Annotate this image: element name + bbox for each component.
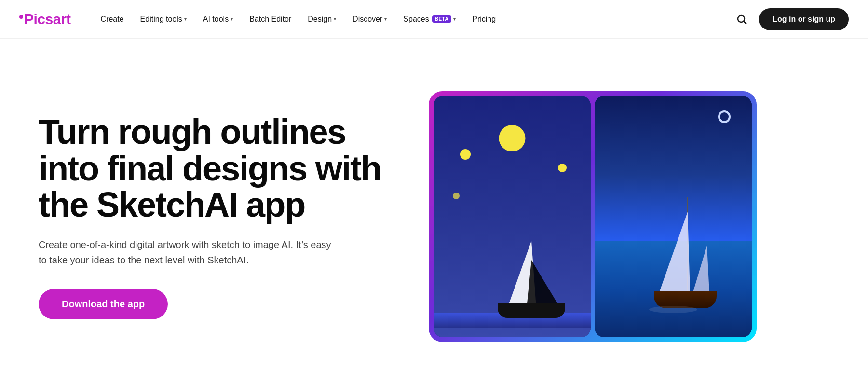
- realistic-scene: [595, 96, 752, 337]
- sketch-panel-left: [434, 96, 591, 337]
- hero-section: Turn rough outlines into final designs w…: [0, 39, 868, 385]
- logo-cursor-icon: [19, 15, 23, 19]
- svg-point-0: [738, 15, 745, 22]
- star-dot-3: [453, 192, 460, 199]
- nav-item-spaces[interactable]: Spaces BETA ▾: [396, 11, 462, 28]
- nav-item-pricing[interactable]: Pricing: [465, 11, 502, 28]
- hull: [498, 303, 565, 318]
- star-dot-2: [558, 164, 567, 172]
- moon-icon: [499, 125, 526, 151]
- chevron-down-icon: ▾: [231, 16, 233, 22]
- hero-image: [415, 91, 771, 342]
- login-button[interactable]: Log in or sign up: [759, 8, 849, 30]
- chevron-down-icon: ▾: [453, 16, 456, 22]
- logo[interactable]: Picsart: [19, 11, 71, 28]
- hero-content: Turn rough outlines into final designs w…: [39, 114, 415, 319]
- nav-right: Log in or sign up: [732, 8, 849, 30]
- chevron-down-icon: ▾: [184, 16, 187, 22]
- search-icon: [736, 14, 747, 25]
- crescent-outer: [718, 110, 731, 123]
- chevron-down-icon: ▾: [384, 16, 387, 22]
- sketch-panel-right: [595, 96, 752, 337]
- nav-item-discover[interactable]: Discover ▾: [346, 11, 393, 28]
- chevron-down-icon: ▾: [334, 16, 336, 22]
- download-app-button[interactable]: Download the app: [39, 289, 168, 319]
- nav-item-editing-tools[interactable]: Editing tools ▾: [134, 11, 193, 28]
- sail-black: [527, 260, 560, 308]
- boat-sail-main: [659, 212, 690, 294]
- nav-item-design[interactable]: Design ▾: [301, 11, 343, 28]
- nav-links: Create Editing tools ▾ AI tools ▾ Batch …: [94, 11, 732, 28]
- sketch-night-scene: [434, 96, 591, 337]
- crescent-moon-icon: [718, 110, 732, 125]
- water-reflection: [649, 306, 697, 313]
- hero-title: Turn rough outlines into final designs w…: [39, 114, 386, 223]
- logo-text: Picsart: [19, 11, 71, 28]
- nav-item-create[interactable]: Create: [94, 11, 131, 28]
- hero-subtitle: Create one-of-a-kind digital artwork wit…: [39, 237, 338, 268]
- nav-item-batch-editor[interactable]: Batch Editor: [243, 11, 298, 28]
- navbar: Picsart Create Editing tools ▾ AI tools …: [0, 0, 868, 39]
- star-dot-1: [460, 149, 471, 160]
- nav-item-ai-tools[interactable]: AI tools ▾: [196, 11, 240, 28]
- boat-sail-secondary: [692, 246, 709, 294]
- hero-image-container: [429, 91, 757, 342]
- search-button[interactable]: [732, 10, 751, 29]
- svg-line-1: [744, 21, 747, 24]
- beta-badge: BETA: [432, 15, 451, 23]
